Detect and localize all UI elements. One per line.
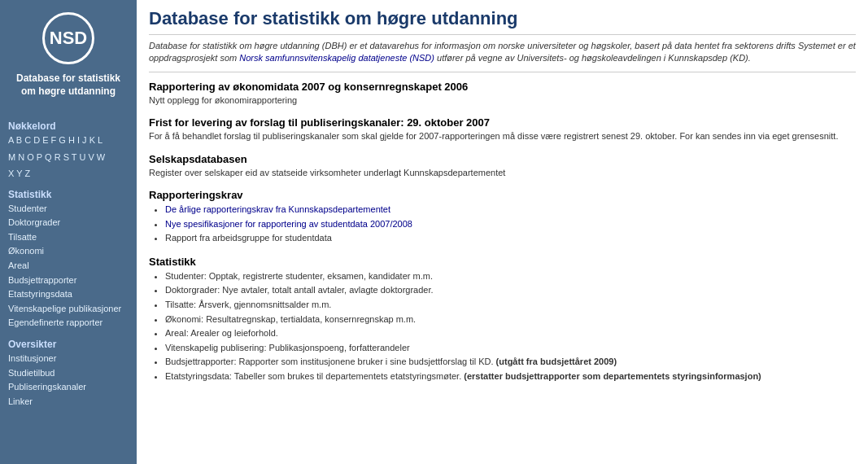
- sidebar-item-etatstyringsdata[interactable]: Etatstyringsdata: [8, 287, 129, 302]
- section-okonomidata-heading: Rapportering av økonomidata 2007 og kons…: [149, 81, 856, 93]
- sidebar-item-areal[interactable]: Areal: [8, 259, 129, 274]
- alphabet-row2: M N O P Q R S T U V W: [8, 151, 129, 164]
- section-okonomidata: Rapportering av økonomidata 2007 og kons…: [149, 81, 856, 107]
- list-item: Areal: Arealer og leieforhold.: [165, 326, 856, 341]
- section-rapporteringskrav-heading: Rapporteringskrav: [149, 189, 856, 201]
- section-selskap-heading: Selskapsdatabasen: [149, 153, 856, 165]
- page-title: Database for statistikk om høgre utdanni…: [149, 8, 856, 35]
- etatstyring-bold: (erstatter budsjettrapporter som departe…: [464, 371, 761, 381]
- sidebar-site-title: Database for statistikk om høgre utdanni…: [8, 72, 129, 98]
- list-item: Budsjettrapporter: Rapporter som institu…: [165, 355, 856, 370]
- sidebar-nav: Nøkkelord A B C D E F G H I J K L M N O …: [0, 106, 137, 415]
- section-okonomidata-body: Nytt opplegg for økonomirapportering: [149, 94, 856, 107]
- list-item: Nye spesifikasjoner for rapportering av …: [165, 217, 856, 232]
- sidebar-item-studietilbud[interactable]: Studietilbud: [8, 366, 129, 381]
- list-item: Vitenskapelig publisering: Publikasjonsp…: [165, 341, 856, 356]
- sidebar: NSD Database for statistikk om høgre utd…: [0, 0, 137, 464]
- list-item: Studenter: Opptak, registrerte studenter…: [165, 269, 856, 284]
- nokkelord-label: Nøkkelord: [8, 120, 129, 132]
- section-selskap: Selskapsdatabasen Register over selskape…: [149, 153, 856, 179]
- sidebar-item-linker[interactable]: Linker: [8, 395, 129, 409]
- list-item: Tilsatte: Årsverk, gjennomsnittsalder m.…: [165, 298, 856, 313]
- rapporteringskrav-item-3: Rapport fra arbeidsgruppe for studentdat…: [165, 233, 332, 243]
- rapporteringskrav-link-2[interactable]: Nye spesifikasjoner for rapportering av …: [165, 219, 412, 229]
- list-item: Doktorgrader: Nye avtaler, totalt antall…: [165, 283, 856, 298]
- sidebar-item-egendefinerte[interactable]: Egendefinerte rapporter: [8, 316, 129, 330]
- sidebar-item-institusjoner[interactable]: Institusjoner: [8, 352, 129, 366]
- statistikk-label: Statistikk: [8, 189, 129, 200]
- section-frist-body: For å få behandlet forslag til publiseri…: [149, 130, 856, 142]
- sidebar-item-budsjettrapporter[interactable]: Budsjettrapporter: [8, 274, 129, 288]
- sidebar-item-studenter[interactable]: Studenter: [8, 202, 129, 217]
- nsd-logo[interactable]: NSD: [42, 12, 94, 64]
- list-item: Økonomi: Resultatregnskap, tertialdata, …: [165, 313, 856, 327]
- list-item: Etatstyringsdata: Tabeller som brukes ti…: [165, 370, 856, 384]
- oversikter-label: Oversikter: [8, 339, 129, 350]
- sidebar-item-doktorgrader[interactable]: Doktorgrader: [8, 216, 129, 230]
- section-selskap-body: Register over selskaper eid av statseide…: [149, 167, 856, 179]
- alphabet-row1: A B C D E F G H I J K L: [8, 134, 129, 147]
- section-statistikk: Statistikk Studenter: Opptak, registrert…: [149, 256, 856, 384]
- section-frist: Frist for levering av forslag til publis…: [149, 116, 856, 142]
- page-description: Database for statistikk om høgre utdanni…: [149, 40, 856, 72]
- rapporteringskrav-list: De årlige rapporteringskrav fra Kunnskap…: [165, 203, 856, 246]
- section-frist-heading: Frist for levering av forslag til publis…: [149, 116, 856, 129]
- list-item: De årlige rapporteringskrav fra Kunnskap…: [165, 203, 856, 217]
- description-text: Database for statistikk om høgre utdanni…: [149, 41, 856, 63]
- logo-text: NSD: [50, 28, 87, 49]
- main-content: Database for statistikk om høgre utdanni…: [137, 0, 868, 464]
- statistikk-list: Studenter: Opptak, registrerte studenter…: [165, 269, 856, 384]
- logo-area: NSD Database for statistikk om høgre utd…: [0, 0, 137, 106]
- section-statistikk-heading: Statistikk: [149, 256, 856, 268]
- budsjett-bold: (utgått fra budsjettåret 2009): [496, 357, 617, 366]
- rapporteringskrav-link-1[interactable]: De årlige rapporteringskrav fra Kunnskap…: [165, 204, 390, 214]
- sidebar-item-vitenskapelige[interactable]: Vitenskapelige publikasjoner: [8, 302, 129, 317]
- sidebar-item-okonomi[interactable]: Økonomi: [8, 244, 129, 259]
- nsd-link[interactable]: Norsk samfunnsvitenskapelig datatjeneste…: [239, 53, 434, 63]
- list-item: Rapport fra arbeidsgruppe for studentdat…: [165, 231, 856, 246]
- sidebar-item-tilsatte[interactable]: Tilsatte: [8, 230, 129, 245]
- section-rapporteringskrav: Rapporteringskrav De årlige rapportering…: [149, 189, 856, 246]
- sidebar-item-publiseringskanaler[interactable]: Publiseringskanaler: [8, 380, 129, 395]
- alphabet-row3: X Y Z: [8, 167, 129, 181]
